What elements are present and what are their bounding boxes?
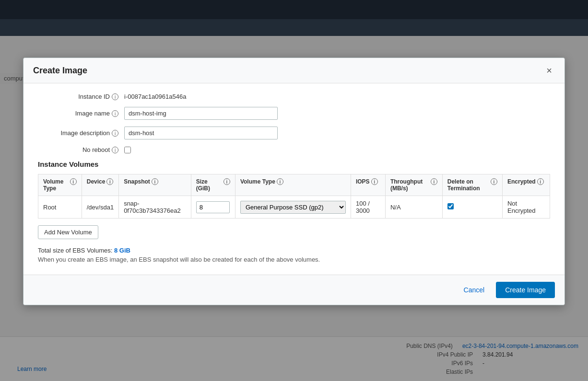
ebs-snapshot-info: When you create an EBS image, an EBS sna… <box>38 256 550 263</box>
th-iops: IOPS i <box>351 174 385 196</box>
row-volume-type-select: General Purpose SSD (gp2) General Purpos… <box>235 196 351 219</box>
modal-footer: Cancel Create Image <box>24 275 564 305</box>
volumes-table-body: Root /dev/sda1 snap-0f70c3b7343376ea2 Ge… <box>38 196 550 219</box>
volumes-table: Volume Type i Device i Snapshot i <box>38 174 550 219</box>
throughput-col-info-icon[interactable]: i <box>431 178 437 185</box>
iops-col-info-icon[interactable]: i <box>371 178 378 185</box>
device-col-info-icon[interactable]: i <box>106 178 113 185</box>
size-col-info-icon[interactable]: i <box>223 178 230 185</box>
instance-id-row: Instance ID i i-0087ac1a0961a546a <box>38 93 550 100</box>
total-size-text: Total size of EBS Volumes: 8 GiB <box>38 247 550 254</box>
modal-header: Create Image × <box>24 58 564 83</box>
row-iops: 100 / 3000 <box>351 196 385 219</box>
snapshot-col-info-icon[interactable]: i <box>152 178 158 185</box>
modal-title: Create Image <box>33 66 87 76</box>
cancel-button[interactable]: Cancel <box>458 283 491 297</box>
image-name-input[interactable] <box>124 107 278 120</box>
volumes-section-title: Instance Volumes <box>38 160 550 168</box>
th-snapshot: Snapshot i <box>119 174 191 196</box>
no-reboot-label: No reboot i <box>38 146 124 153</box>
create-image-button[interactable]: Create Image <box>496 282 555 298</box>
th-device: Device i <box>82 174 118 196</box>
add-new-volume-button[interactable]: Add New Volume <box>38 225 98 239</box>
image-description-info-icon[interactable]: i <box>112 130 118 137</box>
create-image-modal: Create Image × Instance ID i i-0087ac1a0… <box>23 58 565 305</box>
volumes-table-header-row: Volume Type i Device i Snapshot i <box>38 174 550 196</box>
table-row: Root /dev/sda1 snap-0f70c3b7343376ea2 Ge… <box>38 196 550 219</box>
volume-type-col-info-icon[interactable]: i <box>70 178 77 185</box>
volume-type-select[interactable]: General Purpose SSD (gp2) General Purpos… <box>240 201 346 214</box>
image-description-label: Image description i <box>38 129 124 137</box>
instance-id-label: Instance ID i <box>38 93 124 100</box>
row-snapshot: snap-0f70c3b7343376ea2 <box>119 196 191 219</box>
delete-on-term-col-info-icon[interactable]: i <box>491 178 497 185</box>
row-encrypted: Not Encrypted <box>502 196 550 219</box>
volumes-table-head: Volume Type i Device i Snapshot i <box>38 174 550 196</box>
th-throughput: Throughput (MB/s) i <box>385 174 442 196</box>
th-encrypted: Encrypted i <box>502 174 550 196</box>
th-size: Size (GiB) i <box>191 174 235 196</box>
th-delete-on-termination: Delete on Termination i <box>442 174 502 196</box>
row-throughput: N/A <box>385 196 442 219</box>
no-reboot-checkbox[interactable] <box>124 147 131 153</box>
image-name-row: Image name i <box>38 107 550 120</box>
no-reboot-info-icon[interactable]: i <box>112 147 118 153</box>
row-size <box>191 196 235 219</box>
row-device: /dev/sda1 <box>82 196 118 219</box>
th-volume-type: Volume Type i <box>38 174 82 196</box>
image-description-row: Image description i <box>38 127 550 139</box>
volume-type2-col-info-icon[interactable]: i <box>277 178 283 185</box>
encrypted-col-info-icon[interactable]: i <box>537 178 544 185</box>
image-description-input[interactable] <box>124 127 278 139</box>
image-name-label: Image name i <box>38 110 124 117</box>
delete-on-termination-checkbox[interactable] <box>447 203 454 209</box>
modal-body: Instance ID i i-0087ac1a0961a546a Image … <box>24 83 564 275</box>
instance-id-value: i-0087ac1a0961a546a <box>124 93 186 100</box>
image-name-info-icon[interactable]: i <box>112 110 118 117</box>
row-delete-on-termination <box>442 196 502 219</box>
size-input[interactable] <box>196 201 230 213</box>
close-button[interactable]: × <box>543 65 555 76</box>
instance-id-info-icon[interactable]: i <box>112 93 118 100</box>
th-volume-type-col: Volume Type i <box>235 174 351 196</box>
no-reboot-row: No reboot i <box>38 146 550 153</box>
row-volume-type: Root <box>38 196 82 219</box>
